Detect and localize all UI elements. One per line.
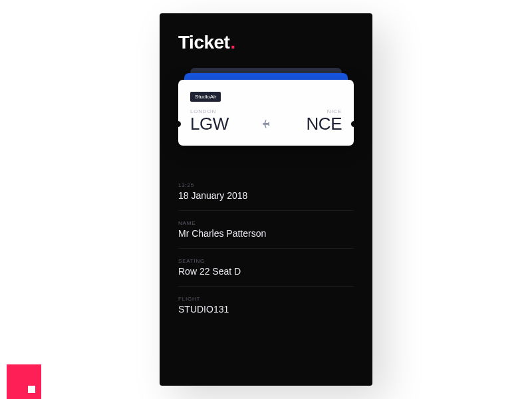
destination-code: NCE [307, 114, 342, 134]
origin-group: LONDON LGW [190, 108, 229, 134]
ticket-notch-right [351, 121, 357, 127]
detail-label: NAME [178, 220, 354, 226]
plane-icon [262, 118, 273, 131]
detail-label: FLIGHT [178, 296, 354, 302]
destination-group: NICE NCE [307, 108, 342, 134]
detail-value: STUDIO131 [178, 304, 354, 315]
detail-row-name: NAME Mr Charles Patterson [178, 211, 354, 249]
detail-value: Row 22 Seat D [178, 266, 354, 277]
flight-route: LONDON LGW NICE NCE [190, 108, 342, 134]
page-title: Ticket [178, 32, 229, 53]
airline-badge: StudioAir [190, 92, 221, 102]
detail-row-flight: FLIGHT STUDIO131 [178, 287, 354, 324]
detail-label: SEATING [178, 258, 354, 264]
ticket-app-screen: Ticket . StudioAir LONDON LGW NICE [160, 13, 372, 386]
detail-value: 18 January 2018 [178, 190, 354, 201]
detail-row-departure: 13:25 18 January 2018 [178, 173, 354, 211]
title-accent-dot: . [230, 32, 235, 53]
ticket-details-list: 13:25 18 January 2018 NAME Mr Charles Pa… [178, 173, 354, 324]
ticket-card[interactable]: StudioAir LONDON LGW NICE NCE [178, 80, 354, 146]
detail-row-seating: SEATING Row 22 Seat D [178, 249, 354, 287]
ticket-card-stack[interactable]: StudioAir LONDON LGW NICE NCE [178, 68, 354, 154]
detail-value: Mr Charles Patterson [178, 228, 354, 239]
origin-code: LGW [190, 114, 229, 134]
screen-header: Ticket . [178, 32, 354, 53]
brand-watermark [7, 364, 41, 399]
ticket-notch-left [175, 121, 181, 127]
detail-label: 13:25 [178, 182, 354, 188]
